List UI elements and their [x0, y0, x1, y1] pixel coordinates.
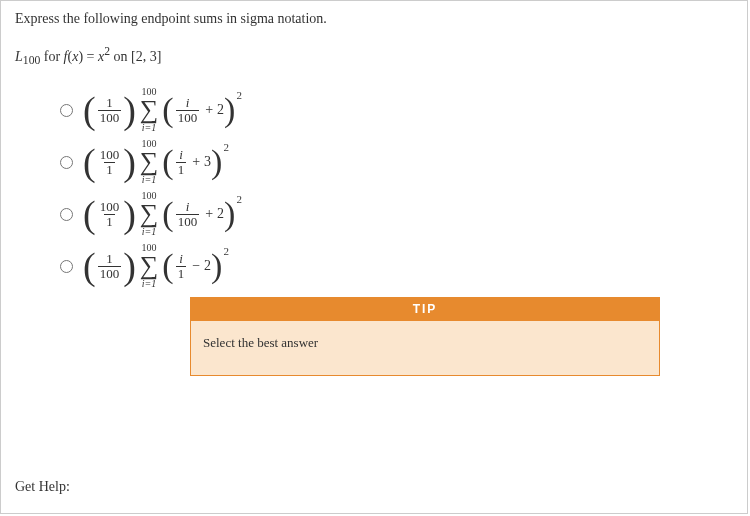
tip-header: TIP [190, 297, 660, 321]
question-subprompt: L100 for f(x) = x2 on [2, 3] [15, 45, 733, 67]
tip-box: TIP Select the best answer [190, 297, 660, 376]
question-prompt: Express the following endpoint sums in s… [15, 11, 733, 27]
option-3-expression: ( 1001 ) 100 ∑ i=1 ( i100 + 2 ) 2 [83, 191, 242, 237]
option-1-radio[interactable] [60, 104, 73, 117]
option-4-expression: ( 1100 ) 100 ∑ i=1 ( i1 − 2 ) 2 [83, 243, 229, 289]
option-2-radio[interactable] [60, 156, 73, 169]
option-4-radio[interactable] [60, 260, 73, 273]
option-2[interactable]: ( 1001 ) 100 ∑ i=1 ( i1 + 3 ) 2 [55, 139, 733, 185]
option-1-expression: ( 1100 ) 100 ∑ i=1 ( i100 + 2 ) 2 [83, 87, 242, 133]
option-1[interactable]: ( 1100 ) 100 ∑ i=1 ( i100 + 2 ) 2 [55, 87, 733, 133]
get-help-label: Get Help: [15, 479, 70, 495]
options-group: ( 1100 ) 100 ∑ i=1 ( i100 + 2 ) 2 ( [55, 87, 733, 289]
option-3-radio[interactable] [60, 208, 73, 221]
option-3[interactable]: ( 1001 ) 100 ∑ i=1 ( i100 + 2 ) 2 [55, 191, 733, 237]
option-2-expression: ( 1001 ) 100 ∑ i=1 ( i1 + 3 ) 2 [83, 139, 229, 185]
option-4[interactable]: ( 1100 ) 100 ∑ i=1 ( i1 − 2 ) 2 [55, 243, 733, 289]
tip-body: Select the best answer [190, 321, 660, 376]
question-container: Express the following endpoint sums in s… [0, 0, 748, 514]
